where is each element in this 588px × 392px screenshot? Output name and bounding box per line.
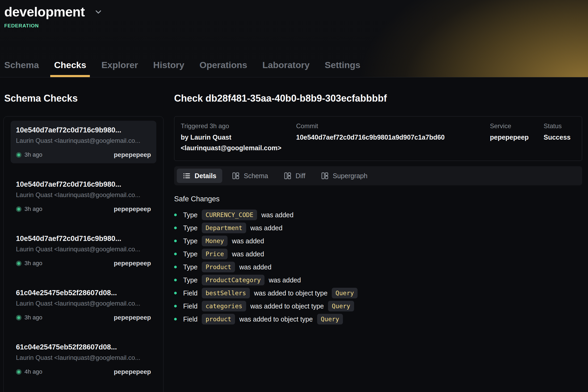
- bullet-icon: [174, 253, 177, 255]
- tab-checks[interactable]: Checks: [50, 60, 90, 77]
- check-list-item[interactable]: 61c04e25475eb52f28607d08... Laurin Quast…: [11, 338, 156, 380]
- view-tabs: Details Schema Diff: [174, 166, 582, 185]
- project-switcher-button[interactable]: [92, 6, 104, 18]
- check-list-item[interactable]: 10e540d7aef72c0d716c9b980... Laurin Quas…: [11, 229, 156, 272]
- check-meta-row: 3h ago pepepepeep: [16, 260, 151, 267]
- check-detail-title: Check db28f481-35aa-40b0-b8b9-303ecfabbb…: [174, 93, 582, 104]
- check-id: 61c04e25475eb52f28607d08...: [16, 288, 151, 297]
- green-status-dot-icon: [16, 369, 22, 375]
- change-prefix: Type: [183, 263, 198, 271]
- change-item: Field categories was added to object typ…: [174, 301, 582, 311]
- change-item: Type Department was added: [174, 223, 582, 233]
- change-item: Type ProductCategory was added: [174, 275, 582, 285]
- bullet-icon: [174, 227, 177, 229]
- check-time: 3h ago: [24, 260, 42, 267]
- tab-schema-view[interactable]: Schema: [226, 169, 274, 183]
- check-id: 10e540d7aef72c0d716c9b980...: [16, 126, 151, 135]
- meta-label: Service: [490, 122, 544, 130]
- change-suffix: was added: [239, 263, 271, 271]
- meta-value: 10e540d7aef72c0d716c9b9801a9d907c1a7bd60: [296, 132, 490, 143]
- bullet-icon: [174, 318, 177, 320]
- chevron-down-icon: [94, 7, 103, 16]
- change-prefix: Field: [183, 315, 198, 323]
- check-meta-card: Triggered 3h ago by Laurin Quast <laurin…: [174, 116, 582, 161]
- project-name: development: [4, 4, 85, 20]
- change-code: Money: [202, 236, 228, 246]
- tab-explorer[interactable]: Explorer: [98, 60, 142, 77]
- check-list-item[interactable]: 10e540d7aef72c0d716c9b980... Laurin Quas…: [11, 175, 156, 218]
- meta-status: Status Success: [544, 122, 576, 153]
- main-nav: Schema Checks Explorer History Operation…: [1, 60, 584, 77]
- change-prefix: Type: [183, 250, 198, 258]
- tab-settings[interactable]: Settings: [321, 60, 364, 77]
- tab-laboratory[interactable]: Laboratory: [259, 60, 313, 77]
- check-id: 61c04e25475eb52f28607d08...: [16, 343, 151, 352]
- change-prefix: Type: [183, 237, 198, 245]
- meta-commit: Commit 10e540d7aef72c0d716c9b9801a9d907c…: [296, 122, 490, 153]
- change-code: ProductCategory: [202, 275, 264, 285]
- check-author: Laurin Quast <laurinquast@googlemail.co.…: [16, 137, 151, 145]
- safe-changes-list: Type CURRENCY_CODE was added Type Depart…: [174, 210, 582, 324]
- change-suffix: was added to object type: [250, 302, 324, 310]
- change-code: CURRENCY_CODE: [202, 210, 257, 220]
- check-list: 10e540d7aef72c0d716c9b980... Laurin Quas…: [3, 116, 163, 392]
- change-suffix: was added to object type: [254, 289, 328, 297]
- change-suffix: was added to object type: [239, 315, 313, 323]
- change-code: Query: [332, 288, 358, 298]
- change-code: Query: [328, 301, 354, 311]
- columns-icon: [232, 172, 240, 180]
- sidebar-title: Schema Checks: [4, 93, 163, 104]
- bullet-icon: [174, 305, 177, 307]
- meta-triggered: Triggered 3h ago by Laurin Quast <laurin…: [181, 122, 296, 153]
- bullet-icon: [174, 266, 177, 268]
- view-tab-label: Schema: [244, 172, 268, 180]
- check-author: Laurin Quast <laurinquast@googlemail.co.…: [16, 191, 151, 199]
- check-time: 3h ago: [24, 314, 42, 321]
- meta-value: by Laurin Quast <laurinquast@googlemail.…: [181, 132, 296, 153]
- check-list-item[interactable]: 61c04e25475eb52f28607d08... Laurin Quast…: [11, 283, 156, 326]
- check-service: pepepepeep: [114, 260, 151, 267]
- check-service: pepepepeep: [114, 314, 151, 321]
- tab-diff-view[interactable]: Diff: [278, 169, 311, 183]
- meta-service: Service pepepepeep: [490, 122, 544, 153]
- meta-label: Status: [544, 122, 576, 130]
- view-tab-label: Details: [195, 172, 216, 180]
- check-time: 3h ago: [24, 151, 42, 158]
- change-suffix: was added: [250, 224, 283, 232]
- status-value: Success: [544, 132, 576, 143]
- change-code: Department: [202, 223, 246, 233]
- meta-value: pepepepeep: [490, 132, 544, 143]
- tab-details-view[interactable]: Details: [177, 169, 222, 183]
- tab-operations[interactable]: Operations: [196, 60, 251, 77]
- check-time: 3h ago: [24, 206, 42, 212]
- check-id: 10e540d7aef72c0d716c9b980...: [16, 180, 151, 189]
- tab-supergraph-view[interactable]: Supergraph: [315, 169, 373, 183]
- change-code: categories: [202, 301, 246, 311]
- tab-history[interactable]: History: [149, 60, 188, 77]
- change-item: Type Price was added: [174, 249, 582, 259]
- change-item: Field product was added to object type Q…: [174, 314, 582, 324]
- change-item: Field bestSellers was added to object ty…: [174, 288, 582, 298]
- bullet-icon: [174, 279, 177, 281]
- change-code: Query: [317, 314, 343, 324]
- green-status-dot-icon: [16, 315, 22, 320]
- check-author: Laurin Quast <laurinquast@googlemail.co.…: [16, 245, 151, 253]
- check-author: Laurin Quast <laurinquast@googlemail.co.…: [16, 299, 151, 307]
- check-author: Laurin Quast <laurinquast@googlemail.co.…: [16, 354, 151, 362]
- list-icon: [183, 172, 191, 180]
- check-time: 4h ago: [24, 368, 42, 375]
- change-item: Type Product was added: [174, 262, 582, 272]
- project-row: development: [4, 4, 584, 20]
- check-list-item[interactable]: 10e540d7aef72c0d716c9b980... Laurin Quas…: [11, 121, 156, 163]
- meta-label: Commit: [296, 122, 490, 130]
- change-item: Type CURRENCY_CODE was added: [174, 210, 582, 220]
- check-meta-row: 4h ago pepepepeep: [16, 368, 151, 376]
- change-suffix: was added: [269, 276, 301, 284]
- page: development FEDERATION Schema Checks Exp…: [0, 0, 588, 392]
- change-prefix: Field: [183, 289, 198, 297]
- change-code: Product: [202, 262, 235, 272]
- tab-schema[interactable]: Schema: [1, 60, 43, 77]
- check-meta-row: 3h ago pepepepeep: [16, 314, 151, 321]
- change-prefix: Type: [183, 211, 198, 219]
- view-tab-label: Diff: [296, 172, 305, 180]
